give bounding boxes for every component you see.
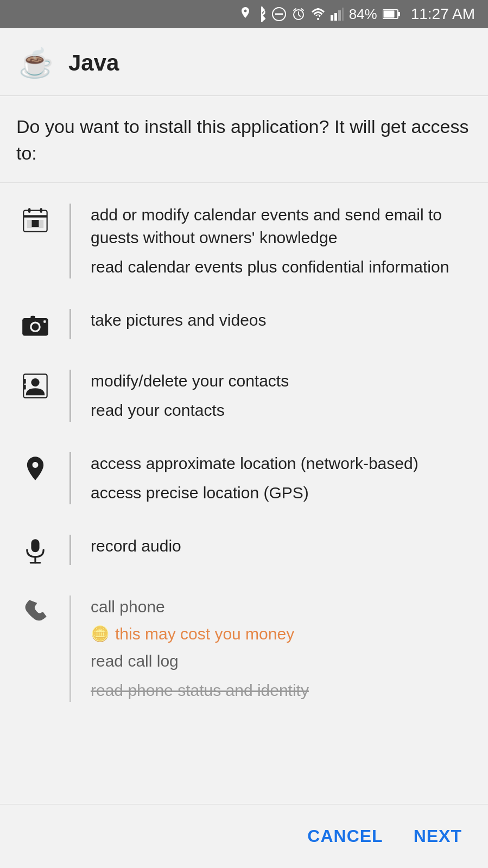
phone-permission-line-3: read phone status and identity xyxy=(91,679,472,702)
svg-rect-13 xyxy=(28,208,30,213)
location-status-icon xyxy=(239,7,251,21)
status-time: 11:27 AM xyxy=(411,5,475,23)
app-name: Java xyxy=(68,50,119,76)
app-header: ☕ Java xyxy=(0,28,488,96)
phone-icon xyxy=(16,595,54,626)
bottom-actions: CANCEL NEXT xyxy=(0,804,488,868)
permissions-list: add or modify calendar events and send e… xyxy=(0,183,488,804)
svg-rect-5 xyxy=(334,13,337,21)
next-button[interactable]: NEXT xyxy=(409,818,466,855)
svg-rect-4 xyxy=(331,15,333,21)
svg-rect-6 xyxy=(338,10,341,21)
svg-rect-24 xyxy=(23,379,26,384)
permission-item-microphone: record audio xyxy=(0,519,488,580)
phone-warning-text: this may cost you money xyxy=(115,625,294,643)
svg-rect-1 xyxy=(275,14,283,15)
location-divider xyxy=(69,452,71,504)
wifi-status-icon xyxy=(311,8,325,20)
contacts-permission-line-2: read your contacts xyxy=(91,399,472,422)
battery-percentage: 84% xyxy=(349,6,377,23)
svg-point-3 xyxy=(317,18,319,20)
contacts-permissions-text: modify/delete your contacts read your co… xyxy=(91,370,472,422)
location-permission-line-1: access approximate location (network-bas… xyxy=(91,452,472,475)
app-icon-emoji: ☕ xyxy=(18,47,54,80)
permission-item-calendar: add or modify calendar events and send e… xyxy=(0,188,488,294)
bluetooth-status-icon xyxy=(257,7,267,22)
phone-permission-line-2: read call log xyxy=(91,650,472,673)
svg-point-19 xyxy=(32,323,39,330)
calendar-permissions-text: add or modify calendar events and send e… xyxy=(91,204,472,278)
svg-rect-20 xyxy=(30,315,35,319)
permission-item-location: access approximate location (network-bas… xyxy=(0,437,488,519)
microphone-divider xyxy=(69,535,71,565)
svg-rect-7 xyxy=(342,8,344,21)
svg-point-23 xyxy=(31,378,39,387)
status-bar: 84% 11:27 AM xyxy=(0,0,488,28)
battery-icon xyxy=(383,9,400,20)
calendar-permission-line-1: add or modify calendar events and send e… xyxy=(91,204,472,249)
svg-rect-16 xyxy=(32,220,39,227)
permission-item-contacts: modify/delete your contacts read your co… xyxy=(0,354,488,437)
calendar-permission-line-2: read calendar events plus confidential i… xyxy=(91,256,472,278)
svg-rect-26 xyxy=(31,539,39,552)
permission-item-camera: take pictures and videos xyxy=(0,294,488,354)
camera-divider xyxy=(69,309,71,339)
camera-permission-line-1: take pictures and videos xyxy=(91,309,472,332)
svg-rect-12 xyxy=(23,215,47,217)
svg-rect-10 xyxy=(383,11,394,18)
location-permission-line-2: access precise location (GPS) xyxy=(91,481,472,504)
phone-warning: 🪙 this may cost you money xyxy=(91,625,472,643)
cancel-button[interactable]: CANCEL xyxy=(303,818,387,855)
calendar-divider xyxy=(69,204,71,278)
warning-coin-icon: 🪙 xyxy=(91,625,110,643)
install-question: Do you want to install this application?… xyxy=(0,96,488,182)
svg-rect-25 xyxy=(23,384,26,389)
signal-status-icon xyxy=(331,8,344,21)
dnd-status-icon xyxy=(272,7,286,21)
microphone-permissions-text: record audio xyxy=(91,535,472,557)
phone-permission-line-1: call phone xyxy=(91,595,472,618)
app-icon: ☕ xyxy=(16,43,55,83)
location-icon xyxy=(16,452,54,483)
svg-rect-9 xyxy=(398,12,400,16)
svg-rect-14 xyxy=(40,208,42,213)
svg-rect-21 xyxy=(43,320,46,322)
location-permissions-text: access approximate location (network-bas… xyxy=(91,452,472,504)
microphone-permission-line-1: record audio xyxy=(91,535,472,557)
calendar-icon xyxy=(16,204,54,234)
phone-permissions-text: call phone 🪙 this may cost you money rea… xyxy=(91,595,472,702)
status-icons: 84% xyxy=(239,6,400,23)
contacts-permission-line-1: modify/delete your contacts xyxy=(91,370,472,392)
alarm-status-icon xyxy=(291,7,306,21)
phone-divider xyxy=(69,595,71,702)
camera-permissions-text: take pictures and videos xyxy=(91,309,472,332)
microphone-icon xyxy=(16,535,54,565)
contacts-icon xyxy=(16,370,54,400)
contacts-divider xyxy=(69,370,71,422)
permission-item-phone: call phone 🪙 this may cost you money rea… xyxy=(0,580,488,717)
camera-icon xyxy=(16,309,54,339)
